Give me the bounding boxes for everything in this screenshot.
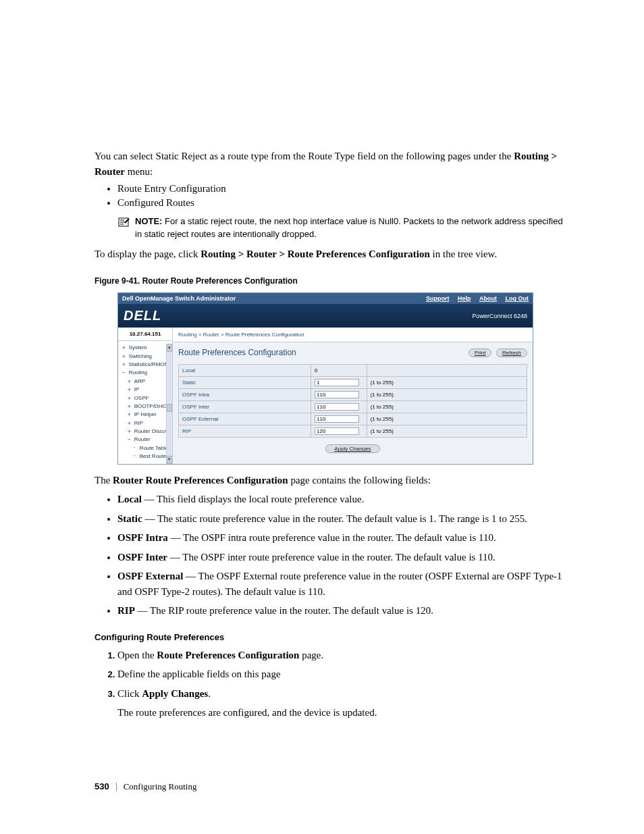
table-row: OSPF Inter(1 to 255) (179, 401, 527, 413)
note-icon (117, 217, 130, 228)
table-row: OSPF Intra(1 to 255) (179, 389, 527, 401)
tree-node[interactable]: + Router Discovery (121, 427, 171, 436)
field-item: OSPF Inter — The OSPF inter route prefer… (117, 550, 563, 565)
intro-paragraph: You can select Static Reject as a route … (95, 149, 563, 179)
row-label: OSPF Intra (179, 389, 311, 401)
table-row: OSPF External(1 to 255) (179, 413, 527, 425)
print-button[interactable]: Print (468, 348, 491, 357)
result-text: The route preferences are configured, an… (117, 705, 563, 721)
bullet-item: Route Entry Configuration (117, 183, 563, 194)
pref-input[interactable] (315, 427, 359, 435)
tree-node[interactable]: + IP Helper (121, 411, 171, 419)
refresh-button[interactable]: Refresh (496, 348, 527, 357)
row-label: Local (179, 365, 311, 377)
range-label: (1 to 255) (367, 401, 527, 413)
field-item: Local — This field displays the local ro… (117, 492, 563, 507)
range-label (367, 365, 527, 377)
app-title: Dell OpenManage Switch Administrator (122, 295, 236, 302)
display-instruction: To display the page, click Routing > Rou… (95, 246, 563, 262)
about-link[interactable]: About (479, 295, 497, 302)
tree-node[interactable]: + BOOTP/DHCP Rel (121, 402, 171, 411)
step-item: Define the applicable fields on this pag… (117, 667, 563, 682)
note-block: NOTE: For a static reject route, the nex… (117, 215, 563, 241)
intro-bullets: Route Entry Configuration Configured Rou… (117, 183, 563, 209)
field-item: OSPF Intra — The OSPF intra route prefer… (117, 530, 563, 546)
scroll-thumb[interactable] (167, 404, 172, 412)
pref-value: 0 (311, 365, 367, 377)
section-name: Configuring Routing (124, 781, 197, 792)
bullet-item: Configured Routes (117, 197, 563, 209)
fields-list: Local — This field displays the local ro… (117, 492, 563, 619)
tree-node[interactable]: − Routing (121, 369, 171, 377)
field-item: Static — The static route preference val… (117, 511, 563, 527)
tree-node[interactable]: + IP (121, 386, 171, 394)
scroll-down-icon[interactable]: ▾ (167, 456, 172, 464)
step-item: Open the Route Preferences Configuration… (117, 648, 563, 663)
row-label: Static (179, 377, 311, 389)
page-footer: 530 Configuring Routing (95, 781, 563, 792)
procedure-heading: Configuring Route Preferences (95, 632, 563, 642)
field-item: OSPF External — The OSPF External route … (117, 569, 563, 599)
tree-scrollbar[interactable]: ▴ ▾ (166, 344, 172, 463)
tree-node[interactable]: + Statistics/RMON (121, 361, 171, 369)
app-titlebar: Dell OpenManage Switch Administrator Sup… (118, 293, 533, 304)
row-label: OSPF Inter (179, 401, 311, 413)
range-label: (1 to 255) (367, 413, 527, 425)
table-row: RIP(1 to 255) (179, 425, 527, 438)
row-label: OSPF External (179, 413, 311, 425)
range-label: (1 to 255) (367, 377, 527, 389)
pref-input[interactable] (315, 391, 359, 398)
tree-node[interactable]: · Route Table (121, 444, 171, 452)
step-item: Click Apply Changes. (117, 686, 563, 702)
figure-caption: Figure 9-41. Router Route Preferences Co… (95, 276, 563, 286)
range-label: (1 to 255) (367, 425, 527, 438)
breadcrumb: Routing > Router > Route Preferences Con… (173, 328, 533, 342)
app-brandbar: DELL PowerConnect 6248 (118, 304, 533, 328)
row-label: RIP (179, 425, 311, 438)
apply-changes-button[interactable]: Apply Changes (325, 444, 379, 453)
device-ip: 10.27.64.151 (118, 328, 172, 341)
support-link[interactable]: Support (426, 295, 450, 302)
tree-node[interactable]: + Switching (121, 353, 171, 361)
app-screenshot: Dell OpenManage Switch Administrator Sup… (117, 292, 533, 464)
tree-panel: 10.27.64.151 + System+ Switching+ Statis… (118, 328, 173, 463)
help-link[interactable]: Help (458, 295, 471, 302)
steps-list: Open the Route Preferences Configuration… (101, 648, 563, 702)
model-label: PowerConnect 6248 (472, 313, 527, 319)
tree-node[interactable]: · Best Routes Tab (121, 452, 171, 461)
fields-intro: The Router Route Preferences Configurati… (95, 473, 563, 488)
scroll-up-icon[interactable]: ▴ (167, 344, 172, 352)
pref-input[interactable] (315, 403, 359, 411)
note-text: For a static reject route, the next hop … (135, 216, 563, 239)
config-table: Local0Static(1 to 255)OSPF Intra(1 to 25… (178, 364, 527, 438)
tree-node[interactable]: + ARP (121, 377, 171, 386)
range-label: (1 to 255) (367, 389, 527, 401)
dell-logo: DELL (124, 308, 161, 323)
tree-node[interactable]: + OSPF (121, 394, 171, 402)
tree-node[interactable]: + RIP (121, 419, 171, 427)
tree-node[interactable]: − Router (121, 436, 171, 444)
field-item: RIP — The RIP route preference value in … (117, 603, 563, 619)
logout-link[interactable]: Log Out (506, 295, 529, 302)
pref-input[interactable] (315, 379, 359, 386)
page-title: Route Preferences Configuration (178, 348, 296, 357)
pref-input[interactable] (315, 415, 359, 423)
note-label: NOTE: (135, 216, 162, 226)
table-row: Local0 (179, 365, 527, 377)
tree-node[interactable]: + System (121, 344, 171, 352)
table-row: Static(1 to 255) (179, 377, 527, 389)
page-number: 530 (95, 781, 109, 791)
